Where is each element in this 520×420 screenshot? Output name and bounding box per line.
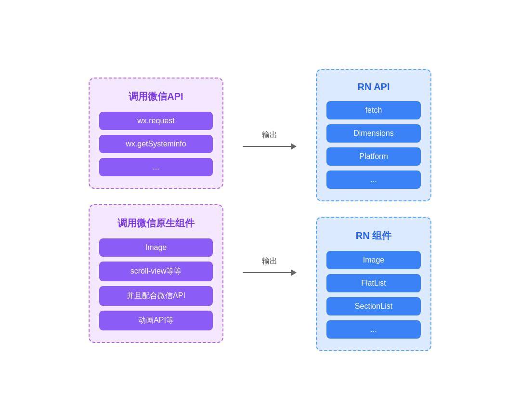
right-bottom-item-1: FlatList — [326, 274, 421, 292]
arrows-column: 输出 输出 — [243, 92, 297, 328]
bottom-arrow-shaft — [243, 272, 291, 273]
right-bottom-title: RN 组件 — [326, 229, 421, 242]
left-column: 调用微信API wx.request wx.getSysteminfo ... … — [89, 78, 223, 343]
diagram-container: 调用微信API wx.request wx.getSysteminfo ... … — [69, 50, 451, 370]
right-top-item-2: Platform — [326, 147, 421, 166]
left-top-box: 调用微信API wx.request wx.getSysteminfo ... — [89, 78, 223, 189]
left-top-item-2: ... — [99, 158, 213, 176]
bottom-arrow-group: 输出 — [243, 203, 297, 328]
left-bottom-box: 调用微信原生组件 Image scroll-view等等 并且配合微信API 动… — [89, 204, 223, 343]
left-bottom-item-1: scroll-view等等 — [99, 262, 213, 281]
left-top-item-0: wx.request — [99, 112, 213, 130]
left-top-item-1: wx.getSysteminfo — [99, 135, 213, 153]
top-arrow-group: 输出 — [243, 92, 297, 188]
right-column: RN API fetch Dimensions Platform ... RN … — [316, 69, 431, 351]
right-top-item-1: Dimensions — [326, 124, 421, 143]
left-bottom-item-3: 动画API等 — [99, 311, 213, 330]
right-top-box: RN API fetch Dimensions Platform ... — [316, 69, 431, 201]
left-bottom-title: 调用微信原生组件 — [99, 217, 213, 230]
bottom-arrow-head — [291, 269, 297, 276]
top-arrow-shaft — [243, 146, 291, 147]
left-bottom-item-0: Image — [99, 238, 213, 257]
left-top-title: 调用微信API — [99, 90, 213, 103]
right-top-item-3: ... — [326, 171, 421, 189]
top-arrow-label: 输出 — [262, 130, 277, 140]
right-bottom-item-3: ... — [326, 320, 421, 339]
top-arrow-line — [243, 143, 297, 150]
right-bottom-item-0: Image — [326, 251, 421, 269]
right-bottom-box: RN 组件 Image FlatList SectionList ... — [316, 217, 431, 351]
right-top-item-0: fetch — [326, 101, 421, 119]
left-bottom-item-2: 并且配合微信API — [99, 286, 213, 306]
right-top-title: RN API — [326, 81, 421, 92]
bottom-arrow-line — [243, 269, 297, 276]
bottom-arrow-label: 输出 — [262, 256, 277, 266]
top-arrow-head — [291, 143, 297, 150]
right-bottom-item-2: SectionList — [326, 297, 421, 315]
